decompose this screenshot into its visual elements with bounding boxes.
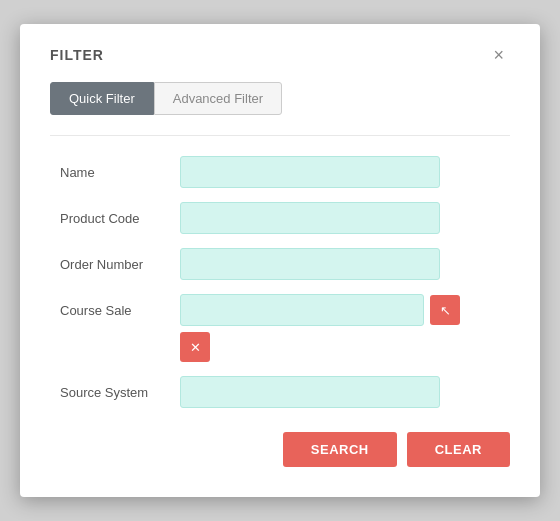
field-row-product-code: Product Code [60,202,510,234]
field-row-name: Name [60,156,510,188]
input-source-system[interactable] [180,376,440,408]
close-button[interactable]: × [487,44,510,66]
field-row-order-number: Order Number [60,248,510,280]
modal-header: FILTER × [50,44,510,66]
action-row: SEARCH CLEAR [50,432,510,467]
course-sale-main-row: Course Sale ↖ [60,294,510,326]
x-icon: ✕ [190,340,201,355]
label-course-sale: Course Sale [60,303,170,318]
course-sale-extra-row: ✕ [60,332,510,362]
label-source-system: Source System [60,385,170,400]
course-sale-remove-button[interactable]: ✕ [180,332,210,362]
field-row-source-system: Source System [60,376,510,408]
input-product-code[interactable] [180,202,440,234]
input-name[interactable] [180,156,440,188]
arrow-icon: ↖ [440,303,451,318]
course-sale-input-row: ↖ [180,294,460,326]
clear-button[interactable]: CLEAR [407,432,510,467]
field-section-course-sale: Course Sale ↖ ✕ [60,294,510,362]
input-course-sale[interactable] [180,294,424,326]
label-order-number: Order Number [60,257,170,272]
label-name: Name [60,165,170,180]
search-button[interactable]: SEARCH [283,432,397,467]
divider [50,135,510,136]
modal-title: FILTER [50,47,104,63]
tab-quick-filter[interactable]: Quick Filter [50,82,154,115]
tab-advanced-filter[interactable]: Advanced Filter [154,82,282,115]
tab-row: Quick Filter Advanced Filter [50,82,510,115]
label-product-code: Product Code [60,211,170,226]
filter-modal: FILTER × Quick Filter Advanced Filter Na… [20,24,540,497]
course-sale-arrow-button[interactable]: ↖ [430,295,460,325]
input-order-number[interactable] [180,248,440,280]
form-fields: Name Product Code Order Number Course Sa… [50,156,510,408]
